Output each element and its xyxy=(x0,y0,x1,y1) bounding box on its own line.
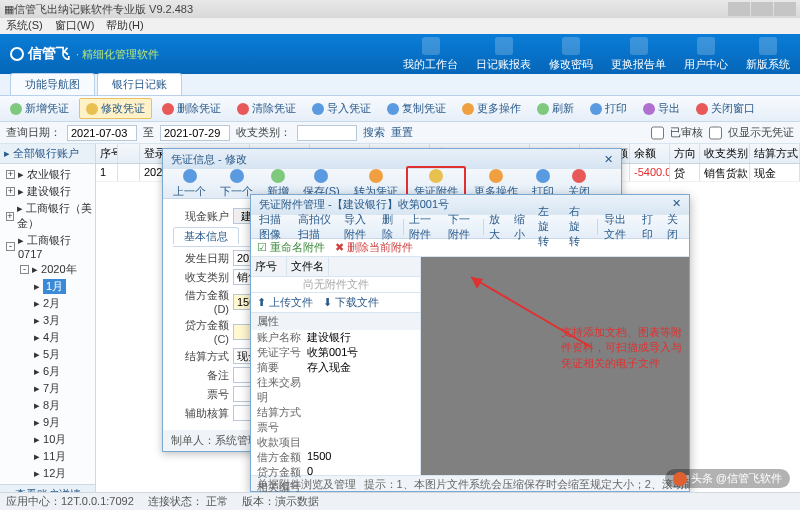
tree-month[interactable]: ▸ 10月 xyxy=(6,431,95,448)
power-icon xyxy=(759,37,777,55)
vtool-上一个[interactable]: 上一个 xyxy=(167,168,212,200)
status-app: 应用中心：12T.0.0.1:7092 xyxy=(6,494,134,509)
type-label: 收支类别： xyxy=(236,125,291,140)
col-header[interactable] xyxy=(118,144,140,163)
atool-7[interactable]: 缩小 xyxy=(510,211,532,243)
tool-刷新[interactable]: 刷新 xyxy=(531,99,580,118)
atool-4[interactable]: 上一附件 xyxy=(405,211,442,243)
tree-month[interactable]: ▸ 2月 xyxy=(6,295,95,312)
tree-node[interactable]: -▸ 工商银行0717 xyxy=(6,232,95,261)
upload-download: ⬆ 上传文件 ⬇ 下载文件 xyxy=(251,292,420,312)
tab-nav[interactable]: 功能导航图 xyxy=(10,73,95,95)
tool-icon xyxy=(237,103,249,115)
clear-button[interactable]: 重置 xyxy=(391,125,413,140)
chk-audited[interactable] xyxy=(651,125,664,141)
tool-icon xyxy=(312,103,324,115)
tree-month[interactable]: ▸ 3月 xyxy=(6,312,95,329)
menu-system[interactable]: 系统(S) xyxy=(6,18,43,34)
prop-row: 票号 xyxy=(251,420,420,435)
search-button[interactable]: 搜索 xyxy=(363,125,385,140)
attachment-statusbar: 单据附件浏览及管理 提示：1、本图片文件系统会压缩保存时会缩至规定大小；2、滚动… xyxy=(251,475,689,491)
atool-1[interactable]: 高拍仪扫描 xyxy=(294,211,338,243)
atool-8[interactable]: 左旋转 xyxy=(534,203,564,250)
col-header[interactable]: 序号 xyxy=(96,144,118,163)
atool-3[interactable]: 删除 xyxy=(378,211,400,243)
nav-password[interactable]: 修改密码 xyxy=(549,37,593,72)
tree-month[interactable]: ▸ 8月 xyxy=(6,397,95,414)
date-to[interactable] xyxy=(160,125,230,141)
delete-current[interactable]: ✖ 删除当前附件 xyxy=(335,240,413,255)
col-header[interactable]: 方向 xyxy=(670,144,700,163)
tab-basic[interactable]: 基本信息 xyxy=(173,227,239,244)
upload-button[interactable]: ⬆ 上传文件 xyxy=(257,295,313,310)
filter-bar: 查询日期： 至 收支类别： 搜索 重置 已审核 仅显示无凭证 xyxy=(0,122,800,144)
status-bar: 应用中心：12T.0.0.1:7092 连接状态： 正常 版本：演示数据 xyxy=(0,492,800,510)
menu-help[interactable]: 帮助(H) xyxy=(106,18,143,34)
tool-清除凭证[interactable]: 清除凭证 xyxy=(231,99,302,118)
atool-0[interactable]: 扫描图像 xyxy=(255,211,292,243)
tree-node[interactable]: +▸ 工商银行（美金） xyxy=(6,200,95,232)
tool-icon xyxy=(162,103,174,115)
type-input[interactable] xyxy=(297,125,357,141)
tree-node[interactable]: -▸ 2020年 xyxy=(6,261,95,278)
watermark: 头条 @信管飞软件 xyxy=(665,469,790,488)
tool-修改凭证[interactable]: 修改凭证 xyxy=(79,98,152,119)
tool-新增凭证[interactable]: 新增凭证 xyxy=(4,99,75,118)
close-icon[interactable]: ✕ xyxy=(604,153,613,166)
maximize-button[interactable] xyxy=(751,2,773,16)
tool-icon xyxy=(572,169,586,183)
tool-icon xyxy=(86,103,98,115)
chk-novoucher[interactable] xyxy=(709,125,722,141)
nav-usercenter[interactable]: 用户中心 xyxy=(684,37,728,72)
tool-复制凭证[interactable]: 复制凭证 xyxy=(381,99,452,118)
close-button[interactable] xyxy=(774,2,796,16)
atool-12[interactable]: 关闭 xyxy=(663,211,685,243)
report-icon xyxy=(495,37,513,55)
tree-month[interactable]: ▸ 12月 xyxy=(6,465,95,482)
download-button[interactable]: ⬇ 下载文件 xyxy=(323,295,379,310)
tab-bar: 功能导航图 银行日记账 xyxy=(0,74,800,96)
date-from[interactable] xyxy=(67,125,137,141)
tool-打印[interactable]: 打印 xyxy=(584,99,633,118)
col-header[interactable]: 余额 xyxy=(630,144,670,163)
tree-month[interactable]: ▸ 5月 xyxy=(6,346,95,363)
tree-month[interactable]: ▸ 9月 xyxy=(6,414,95,431)
nav-report[interactable]: 日记账报表 xyxy=(476,37,531,72)
tree-month[interactable]: ▸ 4月 xyxy=(6,329,95,346)
tree-month[interactable]: ▸ 6月 xyxy=(6,363,95,380)
nav-report2[interactable]: 更换报告单 xyxy=(611,37,666,72)
tree-node[interactable]: +▸ 建设银行 xyxy=(6,183,95,200)
prop-row: 收款项目 xyxy=(251,435,420,450)
nav-workbench[interactable]: 我的工作台 xyxy=(403,37,458,72)
tool-导出[interactable]: 导出 xyxy=(637,99,686,118)
minimize-button[interactable] xyxy=(728,2,750,16)
atool-10[interactable]: 导出文件 xyxy=(600,211,637,243)
tool-删除凭证[interactable]: 删除凭证 xyxy=(156,99,227,118)
atool-5[interactable]: 下一附件 xyxy=(444,211,481,243)
col-header[interactable]: 收支类别 xyxy=(700,144,750,163)
atool-6[interactable]: 放大 xyxy=(485,211,507,243)
atool-9[interactable]: 右旋转 xyxy=(565,203,595,250)
atool-11[interactable]: 打印 xyxy=(638,211,660,243)
tool-更多操作[interactable]: 更多操作 xyxy=(456,99,527,118)
nav-newsys[interactable]: 新版系统 xyxy=(746,37,790,72)
tree-month[interactable]: ▸ 1月 xyxy=(6,278,95,295)
tree-month[interactable]: ▸ 7月 xyxy=(6,380,95,397)
window-buttons xyxy=(728,2,796,16)
tool-关闭窗口[interactable]: 关闭窗口 xyxy=(690,99,761,118)
tab-bank-journal[interactable]: 银行日记账 xyxy=(97,73,182,95)
menu-window[interactable]: 窗口(W) xyxy=(55,18,95,34)
tool-导入凭证[interactable]: 导入凭证 xyxy=(306,99,377,118)
prop-row: 借方金额1500 xyxy=(251,450,420,465)
tree-month[interactable]: ▸ 11月 xyxy=(6,448,95,465)
window-title: 信管飞出纳记账软件专业版 V9.2.483 xyxy=(14,2,193,17)
brand-name: 信管飞 xyxy=(28,45,70,63)
tree-header: ▸ 全部银行账户 xyxy=(0,144,95,164)
prop-row: 账户名称建设银行 xyxy=(251,330,420,345)
rename-toggle[interactable]: ☑ 重命名附件 xyxy=(257,240,325,255)
prop-row: 凭证字号收第001号 xyxy=(251,345,420,360)
tree-node[interactable]: +▸ 农业银行 xyxy=(6,166,95,183)
col-header[interactable]: 结算方式 xyxy=(750,144,800,163)
tool-icon xyxy=(271,169,285,183)
atool-2[interactable]: 导入附件 xyxy=(340,211,377,243)
